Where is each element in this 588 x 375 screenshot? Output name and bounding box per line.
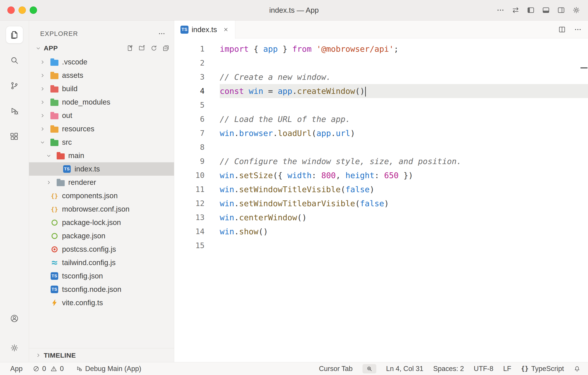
status-indentation[interactable]: Spaces: 2 xyxy=(433,365,464,373)
ts-icon: TS xyxy=(50,272,59,280)
code-line-5[interactable]: 5 xyxy=(174,98,588,112)
close-icon[interactable] xyxy=(223,27,229,32)
text-cursor xyxy=(365,87,366,97)
editor-more-button[interactable] xyxy=(574,26,582,33)
tabs: TSindex.ts xyxy=(174,20,235,38)
code-line-1[interactable]: 1import { app } from '@mobrowser/api'; xyxy=(174,42,588,56)
tree-item-build[interactable]: build xyxy=(29,82,174,95)
status-problems[interactable]: 00 xyxy=(33,365,66,373)
explorer-refresh-button[interactable] xyxy=(150,45,158,52)
line-number: 10 xyxy=(174,168,220,182)
tree-item-main[interactable]: main xyxy=(29,149,174,162)
tree-item-vite.config.ts[interactable]: vite.config.ts xyxy=(29,296,174,309)
activity-item-settings[interactable] xyxy=(6,339,23,356)
tree-item-renderer[interactable]: renderer xyxy=(29,176,174,189)
code-line-2[interactable]: 2 xyxy=(174,56,588,70)
activity-item-source-control[interactable] xyxy=(6,77,23,94)
code-line-15[interactable]: 15 xyxy=(174,239,588,253)
explorer-more-button[interactable] xyxy=(158,30,166,38)
code-line-text: win.show() xyxy=(220,224,588,239)
code-line-8[interactable]: 8 xyxy=(174,140,588,154)
code-line-11[interactable]: 11win.setWindowTitleVisible(false) xyxy=(174,182,588,196)
activity-item-explorer[interactable] xyxy=(6,26,23,43)
code-line-9[interactable]: 9// Configure the window style, size, an… xyxy=(174,154,588,168)
tree-item-package-lock.json[interactable]: package-lock.json xyxy=(29,216,174,229)
tailwind-icon: ≈ xyxy=(50,260,59,266)
status-label: Cursor Tab xyxy=(319,365,353,373)
line-number: 8 xyxy=(174,140,220,154)
code-line-12[interactable]: 12win.setWindowTitlebarVisible(false) xyxy=(174,196,588,211)
code-line-text: // Create a new window. xyxy=(220,70,588,84)
tree-item-components.json[interactable]: {}components.json xyxy=(29,189,174,203)
status-notifications[interactable] xyxy=(574,365,580,372)
titlebar-toggle-primary-sidebar-button[interactable] xyxy=(527,6,535,14)
gear-icon xyxy=(10,343,19,353)
traffic-light-maximize[interactable] xyxy=(30,6,37,14)
status-zoom[interactable] xyxy=(362,364,376,374)
tree-item-.vscode[interactable]: .vscode xyxy=(29,55,174,69)
titlebar-toggle-secondary-sidebar-button[interactable] xyxy=(557,6,565,14)
traffic-light-close[interactable] xyxy=(7,6,15,14)
status-cursor-tab[interactable]: Cursor Tab xyxy=(319,365,353,373)
code-line-text xyxy=(220,98,588,112)
code-line-text: win.browser.loadUrl(app.url) xyxy=(220,126,588,140)
titlebar-toggle-tabs-button[interactable] xyxy=(512,6,520,14)
tree-item-src[interactable]: src xyxy=(29,136,174,149)
section-app[interactable]: APP xyxy=(29,43,174,53)
activity-item-extensions[interactable] xyxy=(6,128,23,145)
tree-item-resources[interactable]: resources xyxy=(29,122,174,136)
line-number: 6 xyxy=(174,112,220,126)
code-line-13[interactable]: 13win.centerWindow() xyxy=(174,211,588,224)
line-number: 7 xyxy=(174,126,220,140)
titlebar-settings-button[interactable] xyxy=(572,6,580,14)
code-line-3[interactable]: 3// Create a new window. xyxy=(174,70,588,84)
activity-item-run-debug[interactable] xyxy=(6,102,23,120)
status-cursor-position[interactable]: Ln 4, Col 31 xyxy=(386,365,423,373)
titlebar-more-button[interactable] xyxy=(496,6,504,14)
traffic-light-minimize[interactable] xyxy=(19,6,26,14)
tree-item-out[interactable]: out xyxy=(29,109,174,122)
gear-icon xyxy=(572,6,580,14)
ts-file-icon: TS xyxy=(180,26,189,34)
error-icon xyxy=(33,365,40,372)
timeline-section[interactable]: TIMELINE xyxy=(29,348,174,362)
tree-item-tsconfig.json[interactable]: TStsconfig.json xyxy=(29,269,174,283)
status-debug-target[interactable]: Debug Main (App) xyxy=(76,365,141,373)
tree-item-assets[interactable]: assets xyxy=(29,69,174,82)
code-line-6[interactable]: 6// Load the URL of the app. xyxy=(174,112,588,126)
tree-item-tailwind.config.js[interactable]: ≈tailwind.config.js xyxy=(29,256,174,269)
tab-index.ts[interactable]: TSindex.ts xyxy=(174,20,235,39)
code-line-14[interactable]: 14win.show() xyxy=(174,224,588,239)
status-language-mode[interactable]: {}TypeScript xyxy=(521,365,564,373)
code-line-10[interactable]: 10win.setSize({ width: 800, height: 650 … xyxy=(174,168,588,182)
tree-item-index.ts[interactable]: TSindex.ts xyxy=(29,162,174,176)
status-encoding[interactable]: UTF-8 xyxy=(474,365,494,373)
folder-icon xyxy=(50,112,59,119)
editor-split-editor-button[interactable] xyxy=(558,26,566,33)
tree-item-postcss.config.js[interactable]: postcss.config.js xyxy=(29,243,174,256)
tree-item-mobrowser.conf.json[interactable]: {}mobrowser.conf.json xyxy=(29,203,174,216)
tree-item-node_modules[interactable]: node_modules xyxy=(29,95,174,109)
tree-item-label: tsconfig.json xyxy=(62,272,103,280)
code-line-7[interactable]: 7win.browser.loadUrl(app.url) xyxy=(174,126,588,140)
tree-item-tsconfig.node.json[interactable]: TStsconfig.node.json xyxy=(29,283,174,296)
chevron-right-icon xyxy=(38,60,47,65)
status-eol[interactable]: LF xyxy=(503,365,511,373)
activity-bar-bottom xyxy=(6,310,23,362)
explorer-new-folder-button[interactable] xyxy=(138,45,146,52)
line-number: 4 xyxy=(174,84,220,98)
code-editor[interactable]: 1import { app } from '@mobrowser/api';23… xyxy=(174,38,588,362)
titlebar-toggle-panel-button[interactable] xyxy=(542,6,550,14)
status-count: 0 xyxy=(60,365,63,373)
tree-item-package.json[interactable]: package.json xyxy=(29,229,174,243)
activity-item-account[interactable] xyxy=(6,310,23,327)
activity-item-search[interactable] xyxy=(6,52,23,69)
code-line-4[interactable]: 4const win = app.createWindow() xyxy=(174,84,588,98)
tree-item-label: renderer xyxy=(68,178,96,187)
explorer-new-file-button[interactable] xyxy=(126,45,133,52)
layout-bottom-icon xyxy=(542,6,550,14)
line-number: 1 xyxy=(174,42,220,56)
explorer-collapse-all-button[interactable] xyxy=(162,45,169,52)
debug-icon xyxy=(10,106,19,116)
status-app-host[interactable]: App xyxy=(10,365,22,373)
